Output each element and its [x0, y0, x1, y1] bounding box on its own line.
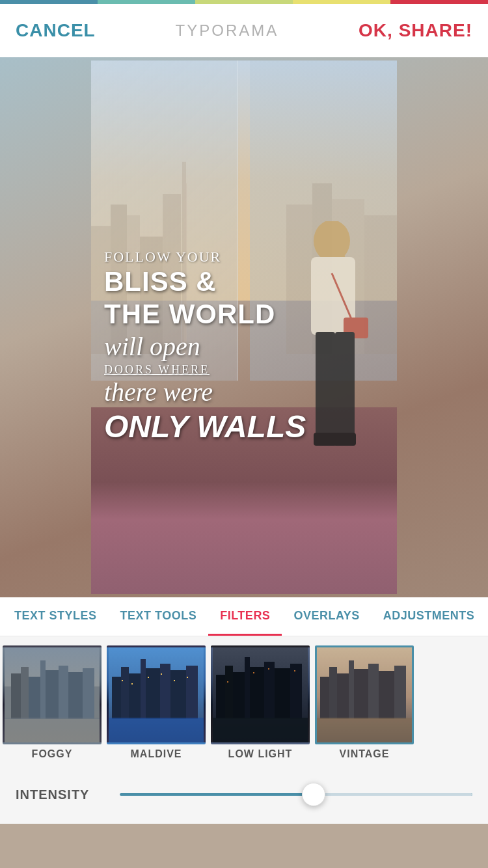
share-button[interactable]: OK, SHARE!: [359, 20, 472, 41]
intensity-label: INTENSITY: [16, 787, 107, 802]
svg-rect-47: [216, 675, 225, 719]
svg-rect-27: [68, 672, 83, 719]
svg-rect-51: [250, 667, 264, 719]
svg-rect-40: [122, 680, 123, 681]
color-seg-1: [0, 0, 98, 4]
tabs-bar: TEXT STYLES TEXT TOOLS FILTERS OVERLAYS …: [0, 597, 488, 636]
filter-foggy[interactable]: FOGGY: [0, 645, 104, 760]
header: CANCEL TYPORAMA OK, SHARE!: [0, 4, 488, 57]
svg-rect-35: [146, 668, 160, 719]
text-line-5: DOORS WHERE: [104, 363, 364, 377]
svg-rect-22: [21, 667, 29, 719]
filter-vintage-label: VINTAGE: [340, 748, 390, 760]
svg-rect-24: [40, 660, 46, 719]
svg-rect-28: [83, 668, 94, 719]
svg-rect-50: [245, 657, 250, 719]
slider-track-unfilled: [314, 793, 472, 796]
svg-rect-55: [213, 718, 310, 744]
filter-maldive[interactable]: MALDIVE: [104, 645, 208, 760]
svg-rect-34: [141, 659, 146, 719]
filter-maldive-thumb: [107, 645, 206, 744]
svg-rect-58: [268, 668, 269, 670]
svg-rect-23: [29, 677, 40, 719]
svg-rect-44: [174, 680, 175, 681]
text-line-1: FOLLOW YOUR: [104, 249, 364, 265]
svg-rect-49: [233, 672, 245, 719]
intensity-row: INTENSITY: [0, 765, 488, 824]
color-seg-2: [98, 0, 195, 4]
svg-rect-29: [5, 718, 102, 744]
svg-rect-48: [225, 666, 233, 719]
color-seg-5: [390, 0, 488, 4]
svg-rect-43: [161, 673, 162, 675]
color-seg-4: [293, 0, 390, 4]
svg-rect-56: [227, 681, 228, 683]
filter-lowlight-label: LOW LIGHT: [228, 748, 293, 760]
cancel-button[interactable]: CANCEL: [16, 20, 96, 41]
intensity-slider-track[interactable]: [120, 793, 472, 796]
color-seg-3: [195, 0, 293, 4]
top-color-bar: [0, 0, 488, 4]
svg-rect-25: [46, 670, 59, 719]
svg-rect-59: [294, 670, 295, 671]
filter-foggy-label: FOGGY: [32, 748, 73, 760]
filter-maldive-label: MALDIVE: [131, 748, 182, 760]
svg-rect-41: [131, 683, 133, 685]
filter-vintage[interactable]: VINTAGE: [312, 645, 416, 760]
text-overlay[interactable]: FOLLOW YOUR BLISS & THE WORLD will open …: [104, 249, 364, 445]
text-line-3: THE WORLD: [104, 299, 364, 330]
svg-rect-31: [112, 677, 121, 719]
svg-rect-33: [129, 673, 141, 719]
text-line-4: will open: [104, 332, 364, 362]
filters-row: FOGGY: [0, 636, 488, 765]
filter-foggy-thumb: [3, 645, 102, 744]
photo-card[interactable]: FOLLOW YOUR BLISS & THE WORLD will open …: [91, 61, 397, 594]
svg-rect-37: [170, 670, 186, 719]
svg-rect-53: [275, 668, 290, 719]
svg-rect-45: [187, 677, 188, 678]
svg-rect-57: [253, 672, 254, 673]
svg-rect-32: [121, 667, 129, 719]
svg-rect-26: [59, 666, 68, 719]
svg-rect-70: [317, 647, 414, 744]
canvas-area[interactable]: FOLLOW YOUR BLISS & THE WORLD will open …: [0, 57, 488, 597]
text-line-7: ONLY WALLS: [104, 409, 364, 444]
tab-text-tools[interactable]: TEXT TOOLS: [109, 597, 209, 636]
text-line-2: BLISS &: [104, 266, 364, 297]
svg-rect-39: [109, 718, 206, 744]
filter-lowlight[interactable]: LOW LIGHT: [208, 645, 312, 760]
filter-vintage-thumb: [315, 645, 414, 744]
tab-adjustments[interactable]: ADJUSTMENTS: [372, 597, 487, 636]
svg-rect-38: [186, 666, 198, 719]
svg-rect-36: [160, 664, 170, 719]
slider-thumb[interactable]: [302, 783, 325, 806]
svg-rect-42: [148, 677, 149, 678]
tab-overlays[interactable]: OVERLAYS: [282, 597, 371, 636]
text-line-6: there were: [104, 377, 364, 407]
filter-lowlight-thumb: [211, 645, 310, 744]
svg-rect-52: [264, 662, 275, 719]
tab-text-styles[interactable]: TEXT STYLES: [3, 597, 109, 636]
svg-rect-21: [11, 673, 21, 719]
app-title: TYPORAMA: [176, 21, 279, 40]
svg-rect-54: [290, 664, 302, 719]
tab-filters[interactable]: FILTERS: [208, 597, 282, 636]
